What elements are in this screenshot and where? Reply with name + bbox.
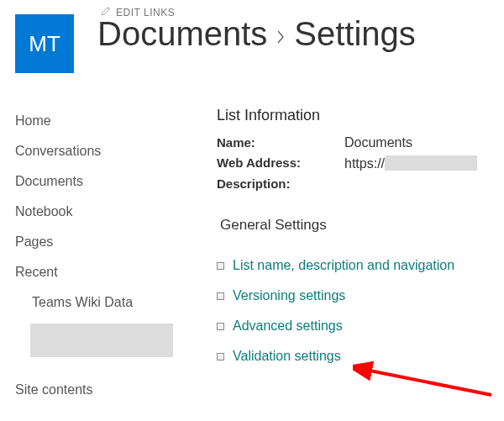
info-name-value: Documents	[344, 135, 412, 150]
info-webaddress-value: https://	[344, 155, 477, 171]
nav-recent[interactable]: Recent	[15, 258, 217, 288]
info-webaddress-label: Web Address:	[217, 155, 344, 171]
general-settings-heading: General Settings	[220, 217, 504, 234]
nav-label: Notebook	[15, 204, 73, 218]
url-prefix: https://	[344, 156, 385, 171]
page-icon	[217, 353, 224, 360]
nav-label: Site contents	[15, 382, 93, 397]
page-icon	[217, 323, 224, 330]
page-icon	[217, 262, 224, 270]
header-titles: EDIT LINKS Documents Settings	[97, 4, 416, 52]
breadcrumb-current: Settings	[294, 15, 416, 52]
link-list-name-description[interactable]: List name, description and navigation	[233, 258, 454, 273]
link-versioning-settings[interactable]: Versioning settings	[233, 288, 345, 303]
chevron-right-icon	[276, 15, 286, 52]
settings-row: Advanced settings	[217, 311, 504, 341]
settings-content: List Information Name: Documents Web Add…	[217, 107, 504, 406]
nav-label: Documents	[15, 174, 83, 188]
nav-label: Pages	[15, 234, 53, 249]
site-logo[interactable]: MT	[15, 14, 74, 73]
nav-pages[interactable]: Pages	[15, 228, 217, 258]
link-advanced-settings[interactable]: Advanced settings	[233, 318, 343, 334]
info-name-row: Name: Documents	[217, 133, 504, 153]
nav-redacted-item	[30, 324, 173, 357]
settings-row: List name, description and navigation	[217, 250, 504, 281]
nav-label: Teams Wiki Data	[32, 295, 133, 309]
nav-label: Recent	[15, 265, 58, 279]
breadcrumb-parent[interactable]: Documents	[97, 15, 267, 52]
settings-row: Versioning settings	[217, 281, 504, 311]
info-webaddress-row: Web Address: https://	[217, 153, 504, 174]
url-redacted	[385, 155, 477, 171]
info-name-label: Name:	[217, 135, 344, 150]
nav-documents[interactable]: Documents	[15, 167, 217, 197]
nav-site-contents[interactable]: Site contents	[15, 376, 217, 406]
settings-row: Validation settings	[217, 341, 504, 371]
nav-conversations[interactable]: Conversations	[15, 137, 217, 167]
nav-label: Conversations	[15, 144, 101, 158]
page-icon	[217, 292, 224, 300]
main-area: Home Conversations Documents Notebook Pa…	[0, 82, 504, 406]
left-navigation: Home Conversations Documents Notebook Pa…	[15, 107, 217, 406]
page-header: MT EDIT LINKS Documents Settings	[0, 0, 504, 82]
info-description-label: Description:	[217, 176, 344, 191]
info-description-row: Description:	[217, 174, 504, 193]
site-logo-text: MT	[29, 31, 60, 57]
nav-home[interactable]: Home	[15, 107, 217, 137]
nav-label: Home	[15, 113, 51, 128]
page-title: Documents Settings	[97, 15, 416, 52]
nav-recent-teams-wiki[interactable]: Teams Wiki Data	[15, 288, 217, 317]
nav-notebook[interactable]: Notebook	[15, 197, 217, 228]
list-information-heading: List Information	[217, 107, 504, 124]
link-validation-settings[interactable]: Validation settings	[233, 349, 341, 364]
